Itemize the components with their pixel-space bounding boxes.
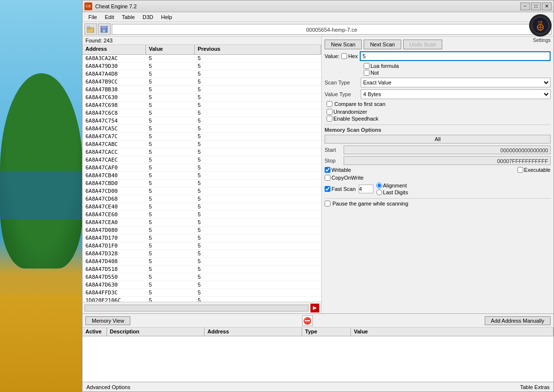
menu-file[interactable]: File (84, 13, 101, 21)
unrandomizer-checkbox[interactable] (327, 109, 332, 115)
scan-type-label: Scan Type (325, 80, 359, 85)
table-row[interactable]: 6A8A47CD68 5 5 (82, 195, 321, 203)
menu-help[interactable]: Help (157, 13, 176, 21)
table-row[interactable]: 6A8A47D550 5 5 (82, 273, 321, 281)
cell-address: 6A8A4FFD3C (82, 289, 146, 296)
table-row[interactable]: 6A8A47CE60 5 5 (82, 211, 321, 219)
scan-type-select[interactable]: Exact Value Bigger than... Smaller than.… (361, 78, 551, 87)
menu-d3d[interactable]: D3D (139, 13, 157, 21)
executable-label: Executable (524, 167, 551, 173)
cell-value: 5 (146, 242, 195, 249)
table-row[interactable]: 6A8A47D518 5 5 (82, 266, 321, 273)
table-row[interactable]: 6A8A47A4D8 5 5 (82, 70, 321, 78)
status-bar: Advanced Options Table Extras (82, 382, 554, 392)
minimize-button[interactable]: − (520, 2, 530, 10)
executable-checkbox[interactable] (517, 167, 523, 173)
table-row[interactable]: 6A8A47CAF0 5 5 (82, 164, 321, 172)
table-row[interactable]: 6A8A47D630 5 5 (82, 281, 321, 289)
table-row[interactable]: 6A8A47CABC 5 5 (82, 141, 321, 148)
address-table-header: Active Description Address Type Value (82, 328, 554, 336)
copy-on-write-checkbox[interactable] (325, 175, 330, 181)
table-row[interactable]: 6A8A47BB38 5 5 (82, 86, 321, 94)
cell-value: 5 (146, 227, 195, 234)
value-label: Value: (325, 53, 339, 59)
last-digits-radio[interactable] (376, 189, 382, 195)
undo-scan-button[interactable]: Undo Scan (403, 40, 442, 49)
speedhack-checkbox[interactable] (327, 116, 332, 122)
table-row[interactable]: 6A8A47D080 5 5 (82, 227, 321, 234)
table-row[interactable]: 6A8A47D1F0 5 5 (82, 242, 321, 250)
table-row[interactable]: 6A8A47CA5C 5 5 (82, 125, 321, 133)
value-input[interactable] (360, 51, 551, 61)
fast-scan-checkbox[interactable] (325, 186, 330, 192)
table-row[interactable]: 1D020F2106C 5 5 (82, 297, 321, 302)
maximize-button[interactable]: □ (531, 2, 541, 10)
cell-value: 5 (146, 94, 195, 101)
table-row[interactable]: 6A8A47C6C8 5 5 (82, 109, 321, 117)
cell-address: 6A8A47CAEC (82, 156, 146, 164)
cell-address: 6A8A47D550 (82, 273, 146, 281)
copy-on-write-row: CopyOnWrite (325, 175, 551, 181)
memory-view-button[interactable]: Memory View (85, 316, 130, 325)
address-table-body[interactable] (82, 336, 554, 382)
save-button[interactable] (98, 23, 111, 35)
value-type-select[interactable]: 4 Bytes 1 Byte 2 Bytes 8 Bytes Float Dou… (361, 89, 551, 99)
memory-all-button[interactable]: All (325, 135, 551, 144)
table-row[interactable]: 6A8A47CACC 5 5 (82, 148, 321, 156)
table-row[interactable]: 6A8A47D170 5 5 (82, 234, 321, 242)
not-checkbox[interactable] (364, 70, 369, 76)
table-row[interactable]: 6A8A47C630 5 5 (82, 94, 321, 102)
table-row[interactable]: 6A8A4FFD3C 5 5 (82, 289, 321, 297)
cell-value: 5 (146, 78, 195, 85)
status-table-extras[interactable]: Table Extras (520, 384, 550, 390)
cell-value: 5 (146, 281, 195, 289)
open-button[interactable] (84, 23, 97, 35)
alignment-radio[interactable] (376, 183, 382, 188)
table-row[interactable]: 6A8A3CA2AC 5 5 (82, 55, 321, 62)
new-scan-button[interactable]: New Scan (325, 40, 362, 49)
table-row[interactable]: 6A8A47CAEC 5 5 (82, 156, 321, 164)
table-row[interactable]: 6A8A47CB40 5 5 (82, 172, 321, 180)
header-previous: Previous (195, 45, 321, 54)
table-row[interactable]: 6A8A47CD00 5 5 (82, 187, 321, 195)
hex-checkbox[interactable] (341, 53, 347, 59)
table-row[interactable]: 6A8A479D30 5 5 (82, 62, 321, 70)
col-header-active: Active (82, 328, 107, 336)
cell-address: 6A8A47D080 (82, 227, 146, 234)
writable-checkbox[interactable] (325, 167, 330, 173)
pause-checkbox[interactable] (325, 201, 330, 206)
cell-address: 6A8A47D630 (82, 281, 146, 289)
red-arrow-button[interactable] (310, 304, 319, 312)
table-row[interactable]: 6A8A47D408 5 5 (82, 258, 321, 266)
compare-first-checkbox[interactable] (327, 101, 332, 107)
compare-first-label: Compare to first scan (334, 101, 386, 107)
delete-icon-button[interactable]: ⛔ (302, 315, 313, 326)
table-row[interactable]: 6A8A47B9CC 5 5 (82, 78, 321, 86)
cell-value: 5 (146, 109, 195, 117)
menu-edit[interactable]: Edit (101, 13, 118, 21)
writable-executable-row: Writable Executable (325, 167, 551, 173)
horizontal-scrollbar[interactable] (84, 305, 308, 311)
status-advanced-options[interactable]: Advanced Options (86, 384, 130, 390)
menu-table[interactable]: Table (118, 13, 139, 21)
table-row[interactable]: 6A8A47C698 5 5 (82, 102, 321, 109)
not-label: Not (370, 70, 379, 76)
table-row[interactable]: 6A8A47CA7C 5 5 (82, 133, 321, 141)
alignment-input[interactable] (359, 185, 373, 193)
lua-formula-checkbox[interactable] (364, 63, 369, 69)
table-row[interactable]: 6A8A47CE40 5 5 (82, 203, 321, 211)
add-address-button[interactable]: Add Address Manually (485, 316, 551, 325)
close-button[interactable]: ✕ (542, 2, 552, 10)
header-address: Address (82, 45, 146, 54)
table-row[interactable]: 6A8A47D328 5 5 (82, 250, 321, 258)
alignment-radio-label: Alignment (383, 183, 407, 188)
pause-row: Pause the game while scanning (325, 198, 551, 206)
next-scan-button[interactable]: Next Scan (364, 40, 401, 49)
start-value: 0000000000000000 (344, 145, 551, 154)
results-list[interactable]: 6A8A3CA2AC 5 5 6A8A479D30 5 5 6A8A47A4D8… (82, 55, 321, 302)
table-row[interactable]: 6A8A47CBD0 5 5 (82, 180, 321, 187)
table-row[interactable]: 6A8A47CEA0 5 5 (82, 219, 321, 227)
cell-value: 5 (146, 86, 195, 93)
cell-value: 5 (146, 156, 195, 164)
table-row[interactable]: 6A8A47C754 5 5 (82, 117, 321, 125)
